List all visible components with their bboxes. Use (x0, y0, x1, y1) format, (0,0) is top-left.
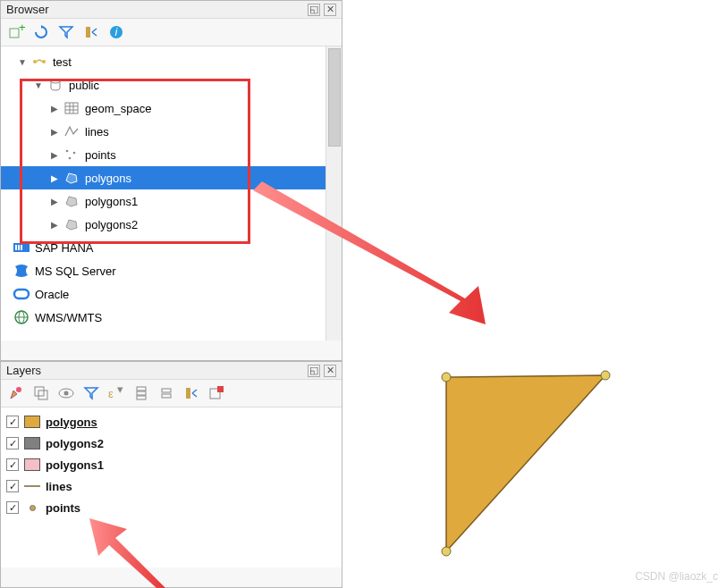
checkbox[interactable]: ✓ (6, 458, 19, 471)
layers-toolbar: ε▾ (1, 380, 342, 407)
checkbox[interactable]: ✓ (6, 480, 19, 492)
svg-rect-2 (86, 27, 90, 38)
checkbox[interactable]: ✓ (6, 437, 19, 449)
svg-rect-33 (137, 396, 146, 399)
vertex[interactable] (442, 547, 451, 556)
tree-item-polygons1[interactable]: ▶ polygons1 (1, 189, 325, 213)
tree-item-test[interactable]: ▼ test (1, 50, 325, 73)
tree-item-polygons2[interactable]: ▶ polygons2 (1, 213, 325, 236)
layer-label: polygons (46, 416, 97, 429)
watermark: CSDN @liaozk_c (635, 570, 718, 583)
tree-item-mssql[interactable]: MS SQL Server (1, 259, 325, 282)
layers-header: Layers ◱ ✕ (1, 362, 342, 380)
browser-tree-container: ▼ test ▼ public ▶ geom_space (1, 46, 342, 340)
layer-label: polygons2 (46, 437, 104, 450)
layer-row-polygons[interactable]: ✓ polygons (6, 411, 336, 433)
svg-rect-34 (162, 389, 171, 392)
svg-point-14 (73, 152, 76, 155)
swatch (24, 416, 40, 428)
svg-rect-35 (162, 394, 171, 398)
schema-icon (47, 77, 63, 93)
layer-row-polygons2[interactable]: ✓ polygons2 (6, 433, 336, 454)
map-canvas[interactable] (342, 0, 727, 588)
svg-rect-19 (21, 245, 22, 250)
swatch (24, 437, 40, 449)
checkbox[interactable]: ✓ (6, 416, 19, 428)
polygon-layer-icon (63, 170, 80, 186)
vertex[interactable] (601, 371, 610, 380)
group-icon[interactable] (33, 385, 49, 401)
layer-row-points[interactable]: ✓ points (6, 497, 336, 518)
svg-point-13 (66, 150, 69, 153)
collapse-all-icon[interactable] (158, 385, 174, 401)
svg-point-24 (16, 387, 21, 392)
expression-icon[interactable]: ε▾ (108, 385, 124, 401)
collapse-icon[interactable] (83, 24, 99, 40)
checkbox[interactable]: ✓ (6, 501, 19, 514)
connection-icon (31, 54, 47, 70)
point-symbol (24, 505, 40, 511)
layers-title: Layers (6, 364, 304, 377)
point-layer-icon (63, 147, 80, 163)
layer-row-polygons1[interactable]: ✓ polygons1 (6, 454, 336, 475)
expand-all-icon[interactable] (133, 385, 149, 401)
line-symbol (24, 485, 40, 487)
svg-point-7 (51, 80, 60, 83)
svg-text:+: + (19, 21, 26, 34)
style-icon[interactable] (8, 385, 24, 401)
tree-item-points[interactable]: ▶ points (1, 143, 325, 166)
browser-toolbar: + i (1, 19, 342, 46)
mssql-icon (13, 263, 30, 279)
tree-item-sap-hana[interactable]: SAP HANA (1, 236, 325, 259)
layer-label: points (46, 501, 80, 515)
svg-rect-8 (65, 103, 78, 113)
filter-icon[interactable] (58, 24, 74, 40)
filter-icon[interactable] (83, 385, 99, 401)
layers-panel: Layers ◱ ✕ ε▾ ✓ polygons ✓ polygons (0, 361, 342, 588)
polygon-feature[interactable] (446, 375, 605, 551)
svg-point-15 (69, 157, 72, 160)
browser-title: Browser (6, 3, 304, 16)
close-icon[interactable]: ✕ (324, 4, 336, 16)
add-layer-icon[interactable]: + (8, 24, 24, 40)
svg-rect-20 (14, 290, 29, 298)
tree-item-oracle[interactable]: Oracle (1, 282, 325, 306)
scrollbar-thumb[interactable] (328, 48, 341, 147)
browser-tree[interactable]: ▼ test ▼ public ▶ geom_space (1, 46, 325, 340)
svg-point-28 (64, 391, 69, 396)
polygon-layer-icon (63, 216, 80, 232)
svg-text:▾: ▾ (117, 382, 123, 396)
globe-icon (13, 309, 30, 325)
svg-text:ε: ε (108, 387, 114, 400)
layer-label: lines (46, 480, 72, 493)
line-layer-icon (63, 123, 80, 139)
svg-point-5 (33, 60, 37, 63)
layer-row-lines[interactable]: ✓ lines (6, 475, 336, 497)
svg-rect-38 (217, 386, 224, 392)
polygon-layer-icon (63, 193, 80, 209)
undock-icon[interactable]: ◱ (308, 4, 320, 16)
layer-label: polygons1 (46, 458, 104, 472)
swatch (24, 458, 40, 471)
tree-item-polygons[interactable]: ▶ polygons (1, 166, 325, 189)
tree-item-geom-space[interactable]: ▶ geom_space (1, 97, 325, 120)
layers-list[interactable]: ✓ polygons ✓ polygons2 ✓ polygons1 ✓ lin… (1, 407, 342, 567)
browser-scrollbar[interactable] (325, 46, 342, 340)
info-icon[interactable]: i (108, 24, 124, 40)
tree-item-public[interactable]: ▼ public (1, 73, 325, 97)
visibility-icon[interactable] (58, 385, 74, 401)
close-icon[interactable]: ✕ (324, 365, 336, 377)
oracle-icon (13, 286, 30, 302)
tree-item-wms[interactable]: WMS/WMTS (1, 306, 325, 329)
svg-rect-26 (38, 391, 47, 399)
remove-icon[interactable] (208, 385, 224, 401)
svg-point-6 (42, 60, 46, 63)
svg-rect-31 (137, 387, 146, 391)
vertex[interactable] (442, 373, 451, 382)
sap-hana-icon (13, 239, 30, 256)
tree-item-lines[interactable]: ▶ lines (1, 120, 325, 143)
browser-header: Browser ◱ ✕ (1, 1, 342, 19)
undock-icon[interactable]: ◱ (308, 365, 320, 377)
refresh-icon[interactable] (33, 24, 49, 40)
collapse-icon[interactable] (183, 385, 199, 401)
